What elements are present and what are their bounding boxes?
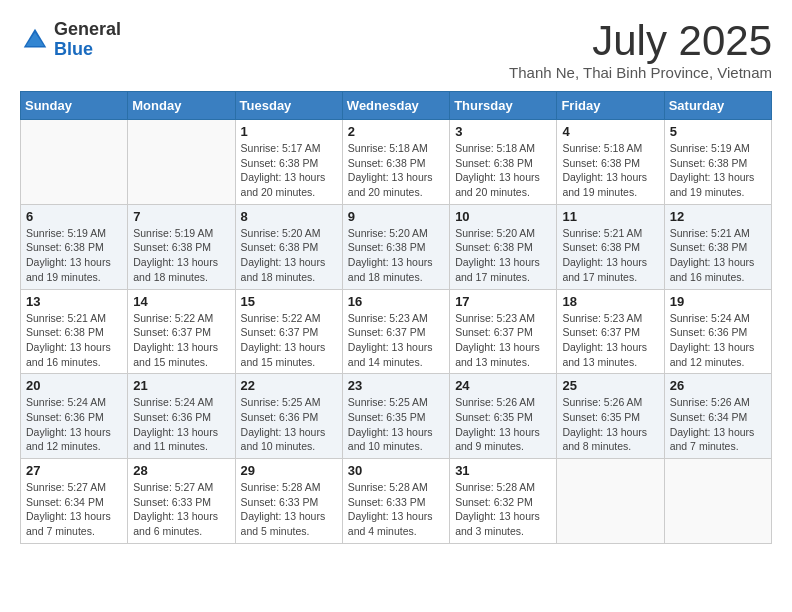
day-number: 2 (348, 124, 444, 139)
day-number: 18 (562, 294, 658, 309)
day-number: 24 (455, 378, 551, 393)
week-row-5: 27Sunrise: 5:27 AM Sunset: 6:34 PM Dayli… (21, 459, 772, 544)
day-info: Sunrise: 5:22 AM Sunset: 6:37 PM Dayligh… (133, 311, 229, 370)
weekday-sunday: Sunday (21, 92, 128, 120)
calendar-cell: 29Sunrise: 5:28 AM Sunset: 6:33 PM Dayli… (235, 459, 342, 544)
calendar-cell: 20Sunrise: 5:24 AM Sunset: 6:36 PM Dayli… (21, 374, 128, 459)
logo-icon (20, 25, 50, 55)
calendar-cell: 27Sunrise: 5:27 AM Sunset: 6:34 PM Dayli… (21, 459, 128, 544)
day-info: Sunrise: 5:22 AM Sunset: 6:37 PM Dayligh… (241, 311, 337, 370)
day-number: 6 (26, 209, 122, 224)
day-number: 30 (348, 463, 444, 478)
day-info: Sunrise: 5:17 AM Sunset: 6:38 PM Dayligh… (241, 141, 337, 200)
calendar-cell: 1Sunrise: 5:17 AM Sunset: 6:38 PM Daylig… (235, 120, 342, 205)
day-info: Sunrise: 5:25 AM Sunset: 6:36 PM Dayligh… (241, 395, 337, 454)
calendar-cell: 18Sunrise: 5:23 AM Sunset: 6:37 PM Dayli… (557, 289, 664, 374)
calendar-cell: 16Sunrise: 5:23 AM Sunset: 6:37 PM Dayli… (342, 289, 449, 374)
weekday-friday: Friday (557, 92, 664, 120)
day-info: Sunrise: 5:24 AM Sunset: 6:36 PM Dayligh… (670, 311, 766, 370)
calendar-cell (557, 459, 664, 544)
day-info: Sunrise: 5:20 AM Sunset: 6:38 PM Dayligh… (455, 226, 551, 285)
day-info: Sunrise: 5:27 AM Sunset: 6:34 PM Dayligh… (26, 480, 122, 539)
calendar-cell: 5Sunrise: 5:19 AM Sunset: 6:38 PM Daylig… (664, 120, 771, 205)
day-number: 19 (670, 294, 766, 309)
calendar-cell: 12Sunrise: 5:21 AM Sunset: 6:38 PM Dayli… (664, 204, 771, 289)
day-info: Sunrise: 5:18 AM Sunset: 6:38 PM Dayligh… (348, 141, 444, 200)
day-number: 25 (562, 378, 658, 393)
day-number: 17 (455, 294, 551, 309)
day-info: Sunrise: 5:28 AM Sunset: 6:32 PM Dayligh… (455, 480, 551, 539)
day-number: 23 (348, 378, 444, 393)
logo: General Blue (20, 20, 121, 60)
week-row-3: 13Sunrise: 5:21 AM Sunset: 6:38 PM Dayli… (21, 289, 772, 374)
day-number: 27 (26, 463, 122, 478)
day-number: 21 (133, 378, 229, 393)
calendar-cell (128, 120, 235, 205)
day-info: Sunrise: 5:26 AM Sunset: 6:35 PM Dayligh… (455, 395, 551, 454)
calendar-cell: 23Sunrise: 5:25 AM Sunset: 6:35 PM Dayli… (342, 374, 449, 459)
day-info: Sunrise: 5:23 AM Sunset: 6:37 PM Dayligh… (455, 311, 551, 370)
calendar-cell: 17Sunrise: 5:23 AM Sunset: 6:37 PM Dayli… (450, 289, 557, 374)
day-info: Sunrise: 5:27 AM Sunset: 6:33 PM Dayligh… (133, 480, 229, 539)
day-info: Sunrise: 5:24 AM Sunset: 6:36 PM Dayligh… (26, 395, 122, 454)
day-info: Sunrise: 5:20 AM Sunset: 6:38 PM Dayligh… (241, 226, 337, 285)
day-number: 1 (241, 124, 337, 139)
calendar-cell: 15Sunrise: 5:22 AM Sunset: 6:37 PM Dayli… (235, 289, 342, 374)
logo-text: General Blue (54, 20, 121, 60)
day-number: 20 (26, 378, 122, 393)
day-number: 14 (133, 294, 229, 309)
calendar-cell: 10Sunrise: 5:20 AM Sunset: 6:38 PM Dayli… (450, 204, 557, 289)
calendar-cell: 28Sunrise: 5:27 AM Sunset: 6:33 PM Dayli… (128, 459, 235, 544)
week-row-1: 1Sunrise: 5:17 AM Sunset: 6:38 PM Daylig… (21, 120, 772, 205)
calendar-cell: 11Sunrise: 5:21 AM Sunset: 6:38 PM Dayli… (557, 204, 664, 289)
day-number: 13 (26, 294, 122, 309)
calendar-cell: 3Sunrise: 5:18 AM Sunset: 6:38 PM Daylig… (450, 120, 557, 205)
day-number: 10 (455, 209, 551, 224)
calendar-cell: 26Sunrise: 5:26 AM Sunset: 6:34 PM Dayli… (664, 374, 771, 459)
day-info: Sunrise: 5:19 AM Sunset: 6:38 PM Dayligh… (26, 226, 122, 285)
day-number: 31 (455, 463, 551, 478)
calendar-cell: 22Sunrise: 5:25 AM Sunset: 6:36 PM Dayli… (235, 374, 342, 459)
week-row-2: 6Sunrise: 5:19 AM Sunset: 6:38 PM Daylig… (21, 204, 772, 289)
calendar-cell: 19Sunrise: 5:24 AM Sunset: 6:36 PM Dayli… (664, 289, 771, 374)
calendar-cell: 30Sunrise: 5:28 AM Sunset: 6:33 PM Dayli… (342, 459, 449, 544)
day-number: 28 (133, 463, 229, 478)
weekday-saturday: Saturday (664, 92, 771, 120)
day-info: Sunrise: 5:23 AM Sunset: 6:37 PM Dayligh… (348, 311, 444, 370)
calendar-cell: 31Sunrise: 5:28 AM Sunset: 6:32 PM Dayli… (450, 459, 557, 544)
calendar-table: SundayMondayTuesdayWednesdayThursdayFrid… (20, 91, 772, 544)
calendar-cell (21, 120, 128, 205)
day-info: Sunrise: 5:28 AM Sunset: 6:33 PM Dayligh… (241, 480, 337, 539)
day-info: Sunrise: 5:21 AM Sunset: 6:38 PM Dayligh… (670, 226, 766, 285)
day-number: 4 (562, 124, 658, 139)
weekday-thursday: Thursday (450, 92, 557, 120)
day-number: 9 (348, 209, 444, 224)
location-title: Thanh Ne, Thai Binh Province, Vietnam (509, 64, 772, 81)
calendar-cell: 14Sunrise: 5:22 AM Sunset: 6:37 PM Dayli… (128, 289, 235, 374)
day-info: Sunrise: 5:26 AM Sunset: 6:34 PM Dayligh… (670, 395, 766, 454)
calendar-cell: 8Sunrise: 5:20 AM Sunset: 6:38 PM Daylig… (235, 204, 342, 289)
day-info: Sunrise: 5:18 AM Sunset: 6:38 PM Dayligh… (455, 141, 551, 200)
week-row-4: 20Sunrise: 5:24 AM Sunset: 6:36 PM Dayli… (21, 374, 772, 459)
calendar-cell: 9Sunrise: 5:20 AM Sunset: 6:38 PM Daylig… (342, 204, 449, 289)
day-number: 29 (241, 463, 337, 478)
calendar-cell: 7Sunrise: 5:19 AM Sunset: 6:38 PM Daylig… (128, 204, 235, 289)
day-info: Sunrise: 5:21 AM Sunset: 6:38 PM Dayligh… (562, 226, 658, 285)
day-number: 12 (670, 209, 766, 224)
day-info: Sunrise: 5:20 AM Sunset: 6:38 PM Dayligh… (348, 226, 444, 285)
calendar-cell (664, 459, 771, 544)
day-number: 16 (348, 294, 444, 309)
weekday-monday: Monday (128, 92, 235, 120)
weekday-tuesday: Tuesday (235, 92, 342, 120)
day-number: 22 (241, 378, 337, 393)
day-info: Sunrise: 5:26 AM Sunset: 6:35 PM Dayligh… (562, 395, 658, 454)
calendar-cell: 6Sunrise: 5:19 AM Sunset: 6:38 PM Daylig… (21, 204, 128, 289)
day-number: 5 (670, 124, 766, 139)
day-info: Sunrise: 5:25 AM Sunset: 6:35 PM Dayligh… (348, 395, 444, 454)
day-number: 3 (455, 124, 551, 139)
day-info: Sunrise: 5:19 AM Sunset: 6:38 PM Dayligh… (670, 141, 766, 200)
day-info: Sunrise: 5:23 AM Sunset: 6:37 PM Dayligh… (562, 311, 658, 370)
calendar-cell: 25Sunrise: 5:26 AM Sunset: 6:35 PM Dayli… (557, 374, 664, 459)
day-info: Sunrise: 5:19 AM Sunset: 6:38 PM Dayligh… (133, 226, 229, 285)
day-number: 15 (241, 294, 337, 309)
